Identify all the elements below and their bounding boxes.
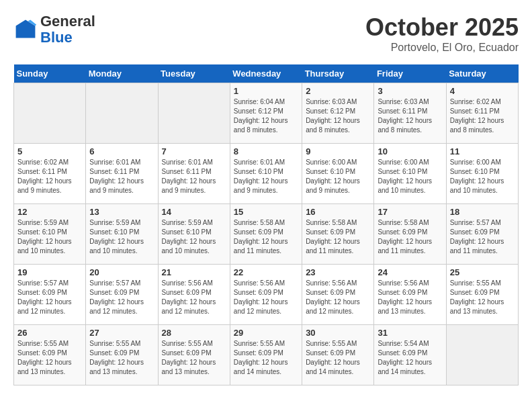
- calendar-header: SundayMondayTuesdayWednesdayThursdayFrid…: [14, 64, 519, 83]
- day-number: 17: [378, 207, 442, 217]
- calendar-week-1: 1Sunrise: 6:04 AM Sunset: 6:12 PM Daylig…: [14, 83, 519, 144]
- day-info: Sunrise: 6:00 AM Sunset: 6:10 PM Dayligh…: [378, 158, 442, 195]
- page-header: General Blue October 2025 Portovelo, El …: [13, 13, 519, 54]
- day-number: 18: [450, 207, 515, 217]
- logo-icon: [13, 17, 38, 42]
- day-number: 13: [89, 207, 154, 217]
- day-number: 29: [234, 328, 298, 338]
- day-number: 25: [450, 267, 515, 277]
- day-info: Sunrise: 5:54 AM Sunset: 6:09 PM Dayligh…: [378, 339, 442, 377]
- column-header-tuesday: Tuesday: [158, 64, 230, 83]
- day-number: 30: [306, 328, 370, 338]
- day-info: Sunrise: 5:56 AM Sunset: 6:09 PM Dayligh…: [162, 279, 226, 316]
- calendar-cell: 21Sunrise: 5:56 AM Sunset: 6:09 PM Dayli…: [158, 265, 230, 325]
- day-info: Sunrise: 5:56 AM Sunset: 6:09 PM Dayligh…: [378, 279, 442, 316]
- calendar-week-3: 12Sunrise: 5:59 AM Sunset: 6:10 PM Dayli…: [14, 204, 519, 265]
- calendar-cell: 30Sunrise: 5:55 AM Sunset: 6:09 PM Dayli…: [302, 325, 374, 385]
- day-info: Sunrise: 5:57 AM Sunset: 6:09 PM Dayligh…: [89, 279, 154, 316]
- day-info: Sunrise: 5:55 AM Sunset: 6:09 PM Dayligh…: [17, 339, 82, 377]
- day-number: 23: [306, 267, 370, 277]
- calendar-cell: 19Sunrise: 5:57 AM Sunset: 6:09 PM Dayli…: [14, 265, 86, 325]
- calendar-cell: 13Sunrise: 5:59 AM Sunset: 6:10 PM Dayli…: [86, 204, 158, 265]
- day-info: Sunrise: 5:55 AM Sunset: 6:09 PM Dayligh…: [162, 339, 226, 377]
- day-number: 21: [162, 267, 226, 277]
- calendar-cell: 23Sunrise: 5:56 AM Sunset: 6:09 PM Dayli…: [302, 265, 374, 325]
- title-block: October 2025 Portovelo, El Oro, Ecuador: [365, 13, 519, 54]
- day-number: 9: [306, 146, 370, 156]
- month-title: October 2025: [365, 13, 519, 42]
- calendar-cell: 16Sunrise: 5:58 AM Sunset: 6:09 PM Dayli…: [302, 204, 374, 265]
- day-number: 28: [162, 328, 226, 338]
- column-header-wednesday: Wednesday: [230, 64, 302, 83]
- day-info: Sunrise: 5:59 AM Sunset: 6:10 PM Dayligh…: [17, 218, 82, 256]
- day-info: Sunrise: 6:01 AM Sunset: 6:11 PM Dayligh…: [162, 158, 226, 195]
- day-info: Sunrise: 5:56 AM Sunset: 6:09 PM Dayligh…: [306, 279, 370, 316]
- calendar-cell: [158, 83, 230, 144]
- day-number: 14: [162, 207, 226, 217]
- calendar-cell: 18Sunrise: 5:57 AM Sunset: 6:09 PM Dayli…: [446, 204, 518, 265]
- day-number: 31: [378, 328, 442, 338]
- column-header-sunday: Sunday: [14, 64, 86, 83]
- day-number: 26: [17, 328, 82, 338]
- calendar-cell: 11Sunrise: 6:00 AM Sunset: 6:10 PM Dayli…: [446, 144, 518, 204]
- day-number: 3: [378, 86, 442, 96]
- logo: General Blue: [13, 13, 95, 46]
- day-info: Sunrise: 6:04 AM Sunset: 6:12 PM Dayligh…: [234, 97, 298, 135]
- calendar-cell: 31Sunrise: 5:54 AM Sunset: 6:09 PM Dayli…: [374, 325, 446, 385]
- calendar-cell: 4Sunrise: 6:02 AM Sunset: 6:11 PM Daylig…: [446, 83, 518, 144]
- day-number: 2: [306, 86, 370, 96]
- day-info: Sunrise: 5:55 AM Sunset: 6:09 PM Dayligh…: [89, 339, 154, 377]
- calendar-cell: [86, 83, 158, 144]
- day-info: Sunrise: 5:58 AM Sunset: 6:09 PM Dayligh…: [234, 218, 298, 256]
- day-info: Sunrise: 6:00 AM Sunset: 6:10 PM Dayligh…: [306, 158, 370, 195]
- day-number: 12: [17, 207, 82, 217]
- day-info: Sunrise: 5:58 AM Sunset: 6:09 PM Dayligh…: [306, 218, 370, 256]
- day-number: 27: [89, 328, 154, 338]
- day-info: Sunrise: 5:59 AM Sunset: 6:10 PM Dayligh…: [89, 218, 154, 256]
- column-header-saturday: Saturday: [446, 64, 518, 83]
- day-number: 10: [378, 146, 442, 156]
- calendar-cell: [14, 83, 86, 144]
- calendar-cell: 27Sunrise: 5:55 AM Sunset: 6:09 PM Dayli…: [86, 325, 158, 385]
- day-info: Sunrise: 6:03 AM Sunset: 6:12 PM Dayligh…: [306, 97, 370, 135]
- day-number: 7: [162, 146, 226, 156]
- day-number: 15: [234, 207, 298, 217]
- logo-text: General Blue: [40, 13, 95, 46]
- day-number: 1: [234, 86, 298, 96]
- day-number: 22: [234, 267, 298, 277]
- calendar-cell: 22Sunrise: 5:56 AM Sunset: 6:09 PM Dayli…: [230, 265, 302, 325]
- day-number: 19: [17, 267, 82, 277]
- calendar-cell: 20Sunrise: 5:57 AM Sunset: 6:09 PM Dayli…: [86, 265, 158, 325]
- day-info: Sunrise: 5:59 AM Sunset: 6:10 PM Dayligh…: [162, 218, 226, 256]
- day-info: Sunrise: 6:00 AM Sunset: 6:10 PM Dayligh…: [450, 158, 515, 195]
- location-subtitle: Portovelo, El Oro, Ecuador: [365, 42, 519, 54]
- column-header-friday: Friday: [374, 64, 446, 83]
- calendar-cell: 25Sunrise: 5:55 AM Sunset: 6:09 PM Dayli…: [446, 265, 518, 325]
- day-number: 6: [89, 146, 154, 156]
- calendar-cell: 7Sunrise: 6:01 AM Sunset: 6:11 PM Daylig…: [158, 144, 230, 204]
- calendar-cell: 12Sunrise: 5:59 AM Sunset: 6:10 PM Dayli…: [14, 204, 86, 265]
- day-info: Sunrise: 5:55 AM Sunset: 6:09 PM Dayligh…: [450, 279, 515, 316]
- calendar-cell: 10Sunrise: 6:00 AM Sunset: 6:10 PM Dayli…: [374, 144, 446, 204]
- day-info: Sunrise: 6:03 AM Sunset: 6:11 PM Dayligh…: [378, 97, 442, 135]
- calendar-cell: 2Sunrise: 6:03 AM Sunset: 6:12 PM Daylig…: [302, 83, 374, 144]
- calendar-table: SundayMondayTuesdayWednesdayThursdayFrid…: [13, 64, 519, 385]
- calendar-cell: 9Sunrise: 6:00 AM Sunset: 6:10 PM Daylig…: [302, 144, 374, 204]
- day-info: Sunrise: 5:56 AM Sunset: 6:09 PM Dayligh…: [234, 279, 298, 316]
- calendar-cell: 28Sunrise: 5:55 AM Sunset: 6:09 PM Dayli…: [158, 325, 230, 385]
- day-number: 20: [89, 267, 154, 277]
- calendar-cell: 8Sunrise: 6:01 AM Sunset: 6:10 PM Daylig…: [230, 144, 302, 204]
- calendar-week-2: 5Sunrise: 6:02 AM Sunset: 6:11 PM Daylig…: [14, 144, 519, 204]
- day-info: Sunrise: 6:02 AM Sunset: 6:11 PM Dayligh…: [450, 97, 515, 135]
- day-number: 24: [378, 267, 442, 277]
- calendar-week-5: 26Sunrise: 5:55 AM Sunset: 6:09 PM Dayli…: [14, 325, 519, 385]
- day-info: Sunrise: 6:01 AM Sunset: 6:11 PM Dayligh…: [89, 158, 154, 195]
- calendar-cell: 17Sunrise: 5:58 AM Sunset: 6:09 PM Dayli…: [374, 204, 446, 265]
- day-info: Sunrise: 5:58 AM Sunset: 6:09 PM Dayligh…: [378, 218, 442, 256]
- calendar-cell: 14Sunrise: 5:59 AM Sunset: 6:10 PM Dayli…: [158, 204, 230, 265]
- day-info: Sunrise: 5:55 AM Sunset: 6:09 PM Dayligh…: [306, 339, 370, 377]
- column-header-thursday: Thursday: [302, 64, 374, 83]
- calendar-cell: [446, 325, 518, 385]
- calendar-cell: 3Sunrise: 6:03 AM Sunset: 6:11 PM Daylig…: [374, 83, 446, 144]
- day-number: 4: [450, 86, 515, 96]
